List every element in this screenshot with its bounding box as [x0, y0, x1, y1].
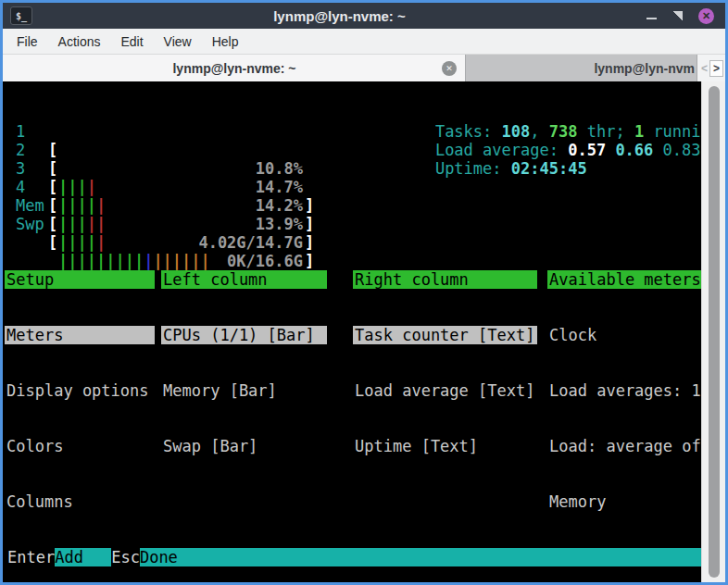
menu-edit[interactable]: Edit [110, 34, 153, 49]
setup-panel-header: Setup [5, 270, 155, 289]
esc-key-label: Esc [111, 548, 140, 566]
terminal-window: $_ lynmp@lyn-nvme: ~ ✕ File Actions Edit… [0, 0, 728, 585]
right-column-header: Right column [353, 270, 537, 289]
menu-view[interactable]: View [154, 34, 202, 49]
menu-actions[interactable]: Actions [48, 34, 111, 49]
right-column-item-uptime[interactable]: Uptime [Text] [353, 437, 537, 455]
left-column-item-memory[interactable]: Memory [Bar] [161, 381, 327, 400]
enter-key-label: Enter [7, 548, 55, 566]
window-controls: ✕ [646, 8, 714, 24]
tab-inactive-label: lynmp@lyn-nvm [594, 61, 695, 76]
left-column-panel: Left column CPUs (1/1) [Bar] Memory [Bar… [161, 233, 327, 492]
minimize-icon[interactable] [646, 18, 657, 19]
tab-scroll-right-icon[interactable]: > [709, 60, 723, 77]
tab-active[interactable]: lynmp@lyn-nvme: ~ ✕ [3, 55, 466, 81]
cpu4-meter: 4 [ 13.9% ||||| ] [3, 159, 701, 178]
tab-inactive[interactable]: lynmp@lyn-nvm [466, 55, 697, 81]
swap-meter: Swp [ 0K/16.6G ] [3, 196, 701, 215]
tab-scroll-arrows: < > [697, 55, 725, 81]
terminal-area: 1 [ 10.8% |||| ] 2 [ 14.7% ||||| ] 3 [ 1… [3, 81, 725, 582]
available-item-load[interactable]: Load: average of [547, 437, 701, 455]
meter-value: 13.9% [58, 215, 303, 233]
left-column-item-cpus[interactable]: CPUs (1/1) [Bar] [161, 326, 327, 344]
maximize-icon[interactable] [672, 11, 683, 21]
add-button[interactable]: Add [55, 548, 111, 566]
window-title: lynmp@lyn-nvme: ~ [32, 8, 646, 24]
available-item-load-averages[interactable]: Load averages: 1 [547, 381, 701, 400]
right-column-item-load-average[interactable]: Load average [Text] [353, 381, 537, 400]
setup-panel: Setup Meters Display options Colors Colu… [5, 233, 155, 548]
meter-bracket: ] [305, 215, 314, 233]
memory-meter: Mem [ 4.02G/14.7G |||||||||||||||| ] [3, 178, 701, 196]
tab-bar: lynmp@lyn-nvme: ~ ✕ lynmp@lyn-nvm < > [3, 55, 725, 81]
right-column-item-task-counter[interactable]: Task counter [Text] [353, 326, 537, 344]
tab-scroll-left-icon[interactable]: < [699, 62, 709, 75]
uptime-stat: Uptime: 02:45:45 [359, 141, 587, 159]
setup-item-meters[interactable]: Meters [5, 326, 155, 344]
setup-item-columns[interactable]: Columns [5, 492, 155, 511]
available-item-memory[interactable]: Memory [547, 492, 701, 511]
meter-label: Swp [16, 215, 44, 233]
menubar: File Actions Edit View Help [3, 29, 725, 55]
menu-file[interactable]: File [6, 34, 48, 49]
function-bar: Enter Add Esc Done [3, 548, 701, 566]
available-meters-header: Available meters [547, 270, 701, 289]
scrollbar-thumb[interactable] [709, 86, 720, 578]
terminal-app-icon: $_ [10, 6, 32, 25]
left-column-header: Left column [161, 270, 327, 289]
scrollbar-track[interactable] [701, 81, 725, 582]
titlebar: $_ lynmp@lyn-nvme: ~ ✕ [3, 3, 725, 29]
tab-active-label: lynmp@lyn-nvme: ~ [27, 61, 442, 76]
close-icon[interactable]: ✕ [698, 8, 714, 24]
available-meters-panel: Available meters Clock Load averages: 1 … [547, 233, 701, 582]
menu-help[interactable]: Help [202, 34, 249, 49]
setup-item-display-options[interactable]: Display options [5, 381, 155, 400]
done-button[interactable]: Done [140, 548, 701, 566]
setup-item-colors[interactable]: Colors [5, 437, 155, 455]
tab-close-icon[interactable]: ✕ [442, 61, 457, 76]
available-item-clock[interactable]: Clock [547, 326, 701, 344]
right-column-panel: Right column Task counter [Text] Load av… [353, 233, 537, 492]
tasks-stat: Tasks: 108, 738 thr; 1 running [359, 104, 701, 122]
load-average-stat: Load average: 0.57 0.66 0.83 [359, 122, 701, 141]
left-column-item-swap[interactable]: Swap [Bar] [161, 437, 327, 455]
htop-setup-screen: 1 [ 10.8% |||| ] 2 [ 14.7% ||||| ] 3 [ 1… [3, 81, 701, 582]
